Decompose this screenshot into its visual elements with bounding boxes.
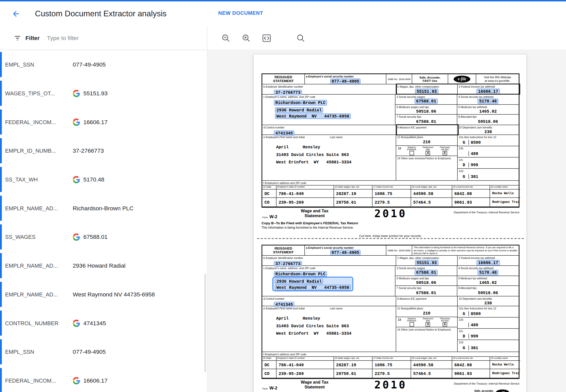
entity-highlight-employer-city[interactable]: West Raymond NV 44735-6958 <box>275 285 351 290</box>
box-5-label: 5 Medicare wages and tips <box>395 104 457 109</box>
form-w2-label: W-2 <box>269 385 277 390</box>
box-d-label: d Control number <box>262 125 396 129</box>
third-party-sick-pay-group: Third-party sick pay X <box>440 146 450 155</box>
boxes-11-13-14: 11 Nonqualified plans 210 13 Statutory <box>396 135 458 180</box>
field-row[interactable]: FEDERAL_INCOM... 16606.17 <box>0 366 207 392</box>
field-value-wrap: 37-2766773 <box>73 148 104 154</box>
field-row[interactable]: EMPLR_ID_NUMB... 37-2766773 <box>0 136 207 165</box>
zoom-in-button[interactable] <box>239 31 253 45</box>
box-12c-code: D <box>463 163 468 167</box>
search-button[interactable] <box>293 31 308 45</box>
retirement-label2: plan <box>426 148 430 151</box>
reissued-line2: STATEMENT <box>273 79 294 83</box>
box-12d-code: G <box>463 346 468 350</box>
field-accent-bar <box>0 167 2 192</box>
omb-number: OMB No. 1545-0008 <box>386 245 412 255</box>
google-icon <box>73 90 80 97</box>
box-e-label: e Employee's first name and initial <box>262 135 305 139</box>
sickpay-label1: Third-party <box>440 146 450 148</box>
field-row[interactable]: EMPL_SSN 077-49-4905 <box>0 337 207 366</box>
state-cell: 6842.08 <box>452 189 490 198</box>
boxes-3-to-8: 3 Social security wages 67588.01 4 Socia… <box>395 95 519 125</box>
box-11-label: 11 Nonqualified plans <box>396 135 457 139</box>
efile-logo-cell: e-file <box>448 74 476 84</box>
box-12b-label: 12b <box>458 146 519 150</box>
entity-highlight-fed-tax[interactable]: 16606.17 <box>477 260 500 265</box>
entity-highlight-employer-street[interactable]: 2936 Howard Radial <box>275 107 323 113</box>
state-cell: Rodriguez Trail <box>490 369 520 378</box>
field-row[interactable]: SS_TAX_WH 5170.48 <box>0 165 207 194</box>
box-12a-value: 8500 <box>471 140 481 145</box>
state-local-table: 15 State Employer's state ID number 16 S… <box>262 357 520 378</box>
w2-box-9-eic: 9 Advance EIC payment <box>396 125 458 135</box>
box-12a-label: 12a See instructions for box 12 <box>458 306 519 310</box>
field-label: EMPL_SSN <box>5 349 68 355</box>
state-cell: 2279.5 <box>372 198 411 207</box>
retirement-label1: Retirement <box>423 146 433 148</box>
field-value: West Raymond NV 44735-6958 <box>73 291 155 298</box>
entity-highlight-ssn[interactable]: 077-49-4905 <box>330 78 361 84</box>
employer-address-selection[interactable]: 2936 Howard Radial West Raymond NV 44735… <box>273 106 353 120</box>
box-e-label: e Employee's first name and initial <box>262 306 305 310</box>
box-4-label: 4 Social security tax withheld <box>457 266 519 270</box>
field-row[interactable]: EMPL_SSN 077-49-4905 <box>0 50 207 79</box>
w2-box-12c: 12c D999 <box>458 157 519 169</box>
back-button[interactable] <box>11 9 21 19</box>
box-12b-divider <box>469 151 469 156</box>
state-header-id: Employer's state ID number <box>276 357 334 360</box>
w2-box-12d: 12d G381 <box>458 169 519 180</box>
state-header-15: 15 State <box>262 186 277 189</box>
entity-highlight-employer-name[interactable]: Richardson-Brown PLC <box>274 100 327 105</box>
field-row[interactable]: WAGES_TIPS_OT... 55151.93 <box>0 79 207 108</box>
cut-here-text: Cut here. Keep lower portion for your re… <box>257 234 524 238</box>
w2-box-12b: 12b 489 <box>458 317 519 329</box>
scrollbar-thumb[interactable] <box>204 274 206 372</box>
search-icon <box>297 34 305 42</box>
entity-highlight-employer-city[interactable]: West Raymond NV 44735-6958 <box>275 113 351 119</box>
w2-box-12d: 12d G381 <box>458 340 519 351</box>
field-row[interactable]: EMPLR_NAME_AD... 2936 Howard Radial <box>0 251 207 280</box>
retirement-plan-group: Retirement plan X <box>423 146 433 155</box>
form-number: Form W-2 <box>262 384 277 391</box>
w2-box-a-ssn: a Employee's social security number 077-… <box>305 245 387 255</box>
last-name-label: Last name <box>329 135 343 139</box>
zoom-out-button[interactable] <box>218 31 233 45</box>
code-view-button[interactable] <box>259 31 274 45</box>
entity-highlight-ssn[interactable]: 077-49-4905 <box>330 250 361 255</box>
box-12b-divider <box>469 322 469 327</box>
box-12a-code: G <box>463 140 468 145</box>
field-row[interactable]: SS_WAGES 67588.01 <box>0 223 207 251</box>
entity-highlight-employer-street[interactable]: 2936 Howard Radial <box>275 279 323 284</box>
retirement-label1: Retirement <box>423 317 433 320</box>
box-12c-code: D <box>463 334 468 339</box>
entity-highlight-employer-name[interactable]: Richardson-Brown PLC <box>274 271 327 277</box>
website-line2: at www.irs.gov/efile. <box>485 79 510 83</box>
new-document-button[interactable]: NEW DOCUMENT <box>218 10 263 16</box>
field-row[interactable]: EMPLR_NAME_AD... West Raymond NV 44735-6… <box>0 280 207 309</box>
employer-address-selection[interactable]: 2936 Howard Radial West Raymond NV 44735… <box>273 277 353 291</box>
field-label: EMPL_SSN <box>5 61 68 68</box>
entity-highlight-ss-wages[interactable]: 67588.01 <box>415 99 438 104</box>
entity-highlight-ss-wages[interactable]: 67588.01 <box>415 270 438 275</box>
entity-highlight-ss-tax[interactable]: 5170.48 <box>478 99 498 104</box>
field-row[interactable]: CONTROL_NUMBER 4741345 <box>0 309 207 337</box>
entity-highlight-ss-tax[interactable]: 5170.48 <box>478 270 498 275</box>
filter-bar: Filter <box>0 26 207 50</box>
box-b-label: b Employer identification number <box>262 256 396 260</box>
entity-highlight-fed-tax[interactable]: 16606.17 <box>477 88 500 94</box>
field-row[interactable]: EMPLR_NAME_AD... Richardson-Brown PLC <box>0 194 207 223</box>
state-header-17: 17 State income tax <box>372 186 411 189</box>
w2-box-12a: 12a See instructions for box 12 G8500 <box>458 306 519 317</box>
field-accent-bar <box>0 310 2 335</box>
filter-input[interactable] <box>47 35 167 41</box>
box-1-label: 1 Wages, tips, other compensation <box>396 84 457 88</box>
state-header-20: 20 Locality name <box>490 357 520 360</box>
statutory-employee-group: Statutory employee <box>407 317 416 327</box>
zoom-in-icon <box>242 34 251 42</box>
entity-highlight-wages[interactable]: 55151.93 <box>415 88 438 94</box>
box-11-value: 210 <box>423 140 431 145</box>
page-title: Custom Document Extractor analysis <box>35 9 166 19</box>
entity-highlight-wages[interactable]: 55151.93 <box>415 260 438 265</box>
w2-form: REISSUED STATEMENT a Employee's social s… <box>262 73 520 239</box>
field-row[interactable]: FEDERAL_INCOM... 16606.17 <box>0 108 207 136</box>
